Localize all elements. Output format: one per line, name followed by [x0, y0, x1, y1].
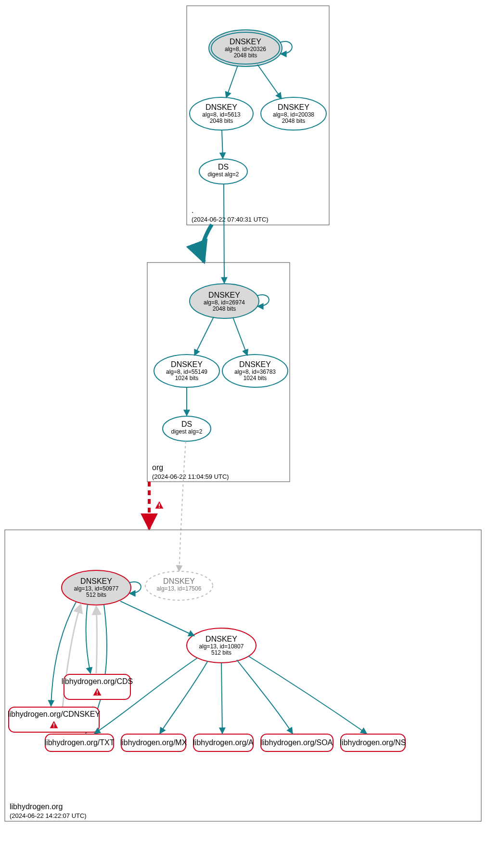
node-org-zsk2-title: DNSKEY — [239, 360, 271, 368]
zone-org-label: org — [152, 463, 163, 472]
edge-root-to-org — [202, 224, 212, 262]
edge-leaf-ksk-cds — [86, 604, 90, 673]
record-soa[interactable]: libhydrogen.org/SOA — [261, 734, 333, 751]
node-leaf-zsk-title: DNSKEY — [205, 635, 237, 643]
record-soa-text: libhydrogen.org/SOA — [261, 738, 333, 747]
edge-leaf-ksk-zsk — [120, 601, 194, 636]
record-a-text: libhydrogen.org/A — [193, 738, 254, 747]
edge-org-ksk-zsk2 — [233, 317, 247, 355]
node-root-zsk2[interactable]: DNSKEY alg=8, id=20038 2048 bits — [261, 97, 326, 130]
edge-leaf-zsk-a — [221, 663, 222, 734]
node-root-zsk2-bits: 2048 bits — [282, 118, 306, 124]
node-leaf-ext[interactable]: DNSKEY alg=13, id=17506 — [145, 571, 213, 600]
zone-root-label: . — [192, 206, 193, 214]
record-cdnskey-text: libhydrogen.org/CDNSKEY — [8, 710, 100, 718]
edge-root-ds-org-ksk — [224, 184, 224, 283]
node-org-ds[interactable]: DS digest alg=2 — [163, 416, 211, 441]
node-root-zsk1-title: DNSKEY — [205, 103, 237, 111]
node-root-zsk1-alg: alg=8, id=5613 — [202, 111, 241, 118]
node-leaf-ksk-alg: alg=13, id=50977 — [74, 585, 119, 592]
node-org-zsk1-alg: alg=8, id=55149 — [166, 368, 207, 375]
node-org-zsk2[interactable]: DNSKEY alg=8, id=36783 1024 bits — [222, 355, 288, 387]
node-root-ds-alg: digest alg=2 — [207, 171, 239, 178]
zone-root-timestamp: (2024-06-22 07:40:31 UTC) — [192, 216, 269, 223]
record-cds[interactable]: libhydrogen.org/CDS — [62, 674, 133, 699]
zone-leaf-label: libhydrogen.org — [10, 802, 63, 811]
node-org-zsk1[interactable]: DNSKEY alg=8, id=55149 1024 bits — [154, 355, 219, 387]
record-a[interactable]: libhydrogen.org/A — [193, 734, 254, 751]
node-org-ds-title: DS — [181, 420, 192, 428]
edge-org-ds-leaf-ext — [179, 441, 186, 571]
record-mx[interactable]: libhydrogen.org/MX — [120, 734, 187, 751]
node-leaf-ksk-bits: 512 bits — [86, 592, 106, 598]
node-org-zsk2-alg: alg=8, id=36783 — [234, 368, 276, 375]
node-root-ksk-title: DNSKEY — [230, 38, 261, 46]
node-org-zsk1-bits: 1024 bits — [175, 375, 199, 381]
edge-root-ksk-zsk1 — [226, 66, 238, 98]
edge-leaf-zsk-soa — [237, 660, 293, 734]
record-txt-text: libhydrogen.org/TXT — [45, 738, 115, 747]
node-org-ds-alg: digest alg=2 — [171, 428, 202, 435]
warning-icon — [155, 501, 164, 509]
node-leaf-zsk[interactable]: DNSKEY alg=13, id=10807 512 bits — [187, 628, 256, 663]
node-root-zsk2-alg: alg=8, id=20038 — [273, 111, 314, 118]
node-root-ds-title: DS — [218, 163, 229, 171]
node-org-zsk2-bits: 1024 bits — [244, 375, 267, 381]
node-leaf-ext-title: DNSKEY — [163, 577, 195, 585]
node-leaf-zsk-alg: alg=13, id=10807 — [199, 643, 244, 650]
edge-leaf-zsk-mx — [160, 661, 208, 734]
edge-leaf-zsk-ns — [248, 656, 367, 734]
node-root-ksk[interactable]: DNSKEY alg=8, id=20326 2048 bits — [209, 30, 282, 66]
node-root-ksk-bits: 2048 bits — [234, 52, 257, 59]
edge-cds-to-ksk — [96, 606, 97, 673]
record-ns[interactable]: libhydrogen.org/NS — [340, 734, 406, 751]
node-root-zsk1-bits: 2048 bits — [210, 118, 233, 124]
record-mx-text: libhydrogen.org/MX — [120, 738, 187, 747]
node-org-zsk1-title: DNSKEY — [171, 360, 203, 368]
record-txt[interactable]: libhydrogen.org/TXT — [45, 734, 115, 751]
node-org-ksk-alg: alg=8, id=26974 — [204, 299, 245, 306]
zone-leaf-timestamp: (2024-06-22 14:22:07 UTC) — [10, 812, 87, 819]
edge-root-ksk-zsk2 — [257, 65, 282, 99]
node-leaf-zsk-bits: 512 bits — [211, 649, 231, 656]
edge-org-ksk-zsk1 — [194, 317, 214, 355]
node-org-ksk-title: DNSKEY — [208, 291, 240, 299]
edge-root-zsk1-ds — [222, 130, 223, 158]
record-cdnskey[interactable]: libhydrogen.org/CDNSKEY — [8, 707, 100, 732]
zone-org-timestamp: (2024-06-22 11:04:59 UTC) — [152, 473, 229, 480]
node-root-ksk-alg: alg=8, id=20326 — [225, 46, 266, 53]
node-leaf-ext-alg: alg=13, id=17506 — [157, 585, 202, 592]
node-leaf-ksk-title: DNSKEY — [80, 577, 112, 585]
node-root-zsk2-title: DNSKEY — [278, 103, 309, 111]
node-org-ksk[interactable]: DNSKEY alg=8, id=26974 2048 bits — [190, 284, 259, 318]
node-root-zsk1[interactable]: DNSKEY alg=8, id=5613 2048 bits — [190, 97, 253, 130]
record-ns-text: libhydrogen.org/NS — [340, 738, 406, 747]
node-root-ds[interactable]: DS digest alg=2 — [199, 159, 247, 184]
node-leaf-ksk[interactable]: DNSKEY alg=13, id=50977 512 bits — [62, 570, 131, 605]
node-org-ksk-bits: 2048 bits — [213, 305, 236, 312]
record-cds-text: libhydrogen.org/CDS — [62, 677, 133, 685]
